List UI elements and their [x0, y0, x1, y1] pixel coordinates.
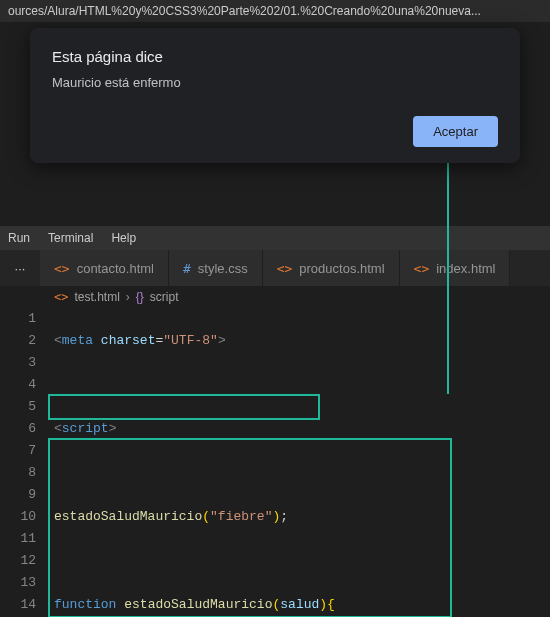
code-area[interactable]: <meta charset="UTF-8"> <script> estadoSa…	[54, 308, 550, 617]
accept-button[interactable]: Aceptar	[413, 116, 498, 147]
html-icon: <>	[54, 261, 70, 276]
breadcrumb-symbol[interactable]: script	[150, 290, 179, 304]
breadcrumb: <> test.html › {} script	[54, 286, 179, 308]
html-icon: <>	[414, 261, 430, 276]
tab-label: productos.html	[299, 261, 384, 276]
tab-contacto[interactable]: <> contacto.html	[40, 250, 169, 286]
breadcrumb-file[interactable]: test.html	[74, 290, 119, 304]
chevron-right-icon: ›	[126, 290, 130, 304]
html-icon: <>	[54, 290, 68, 304]
editor[interactable]: 123456789101112131415 <meta charset="UTF…	[0, 308, 550, 617]
more-icon[interactable]: ···	[0, 250, 40, 286]
gutter: 123456789101112131415	[0, 308, 54, 617]
url-bar: ources/Alura/HTML%20y%20CSS3%20Parte%202…	[0, 0, 550, 22]
tab-style[interactable]: # style.css	[169, 250, 263, 286]
html-icon: <>	[277, 261, 293, 276]
dialog-message: Mauricio está enfermo	[52, 75, 498, 90]
css-icon: #	[183, 261, 191, 276]
symbol-icon: {}	[136, 290, 144, 304]
menu-bar: Run Terminal Help	[0, 226, 550, 250]
tab-label: index.html	[436, 261, 495, 276]
tab-bar: ··· <> contacto.html # style.css <> prod…	[0, 250, 550, 286]
menu-terminal[interactable]: Terminal	[48, 231, 93, 245]
tab-label: style.css	[198, 261, 248, 276]
menu-help[interactable]: Help	[111, 231, 136, 245]
tab-label: contacto.html	[77, 261, 154, 276]
menu-run[interactable]: Run	[8, 231, 30, 245]
dialog-actions: Aceptar	[52, 116, 498, 147]
highlight-box-call	[48, 394, 320, 420]
tab-index[interactable]: <> index.html	[400, 250, 511, 286]
alert-dialog: Esta página dice Mauricio está enfermo A…	[30, 28, 520, 163]
tab-productos[interactable]: <> productos.html	[263, 250, 400, 286]
dialog-title: Esta página dice	[52, 48, 498, 65]
